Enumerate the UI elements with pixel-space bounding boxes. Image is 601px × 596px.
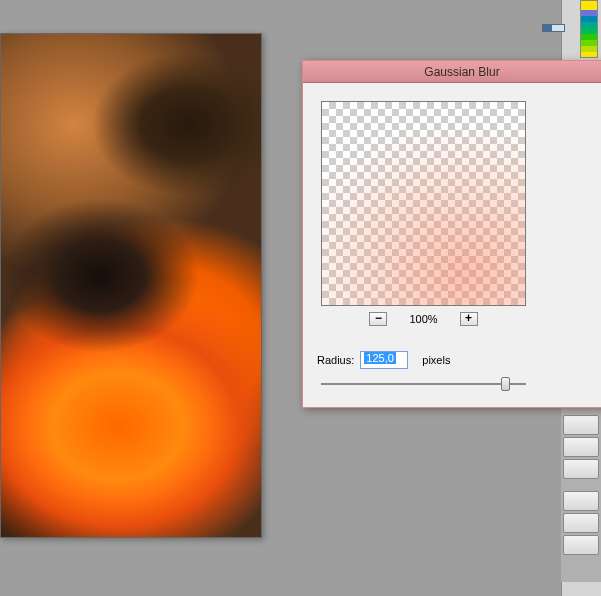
swatches-strip[interactable] xyxy=(580,0,598,58)
panel-button[interactable] xyxy=(563,437,599,457)
zoom-out-button[interactable]: − xyxy=(369,312,387,326)
minus-icon: − xyxy=(375,312,382,324)
radius-input[interactable]: 125,0 xyxy=(360,351,408,369)
panel-button[interactable] xyxy=(563,535,599,555)
transparency-checker xyxy=(322,102,525,305)
dialog-title: Gaussian Blur xyxy=(424,65,499,79)
panel-button[interactable] xyxy=(563,513,599,533)
panel-box xyxy=(561,402,601,582)
plus-icon: + xyxy=(465,312,472,324)
canvas-document[interactable] xyxy=(0,33,262,538)
radius-slider[interactable] xyxy=(321,377,526,391)
zoom-value: 100% xyxy=(409,313,437,325)
panel-button[interactable] xyxy=(563,415,599,435)
progress-indicator xyxy=(542,24,565,32)
zoom-controls: − 100% + xyxy=(321,309,526,329)
gaussian-blur-dialog: Gaussian Blur − 100% + Radius: 125,0 pix… xyxy=(302,60,601,408)
panel-button[interactable] xyxy=(563,491,599,511)
slider-thumb[interactable] xyxy=(501,377,510,391)
radius-value: 125,0 xyxy=(364,352,396,364)
slider-track xyxy=(321,383,526,385)
radius-label: Radius: xyxy=(317,354,354,366)
panel-button[interactable] xyxy=(563,459,599,479)
dialog-titlebar[interactable]: Gaussian Blur xyxy=(303,61,601,83)
radius-unit: pixels xyxy=(422,354,450,366)
zoom-in-button[interactable]: + xyxy=(460,312,478,326)
dialog-body: − 100% + Radius: 125,0 pixels xyxy=(303,83,601,119)
filter-preview[interactable] xyxy=(321,101,526,306)
document-image xyxy=(1,34,261,537)
radius-row: Radius: 125,0 pixels xyxy=(317,351,450,369)
